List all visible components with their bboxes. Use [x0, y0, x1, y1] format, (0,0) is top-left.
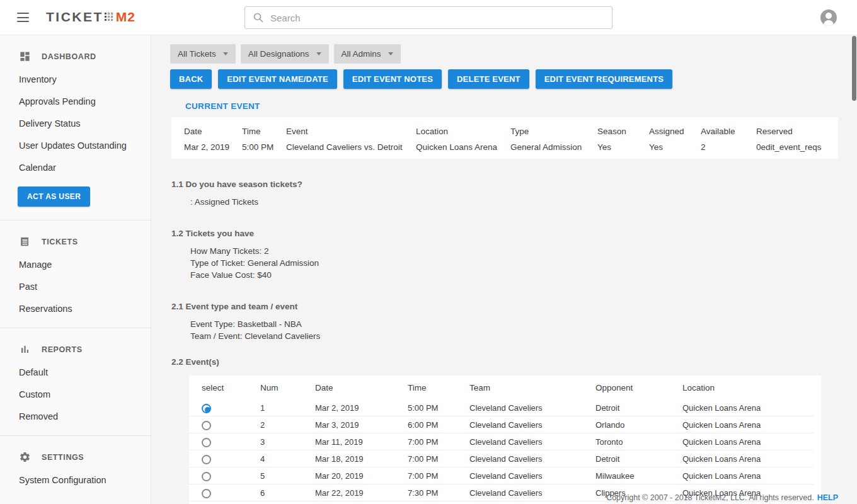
sidebar-item-past[interactable]: Past	[0, 275, 151, 297]
cell-time: 7:30 PM	[408, 488, 469, 498]
avatar[interactable]	[820, 9, 837, 26]
filter-dropdown-all-admins[interactable]: All Admins	[334, 44, 401, 64]
app-logo[interactable]: TICKET M2	[46, 9, 135, 25]
question-sections: 1.1 Do you have season tickets?: Assigne…	[170, 180, 857, 367]
sidebar-section-label: DASHBOARD	[42, 52, 96, 61]
event-radio[interactable]	[202, 421, 211, 430]
sidebar-item-approvals-pending[interactable]: Approvals Pending	[0, 90, 151, 112]
qa-section-line: Event Type: Basketball - NBA	[190, 318, 857, 330]
cell-date: Mar 22, 2019	[315, 488, 408, 498]
edit-event-requirements-button[interactable]: EDIT EVENT REQUIREMENTS	[536, 69, 673, 89]
cell-available: 2	[701, 142, 756, 152]
column-header-assigned: Assigned	[649, 127, 701, 136]
app-root: TICKET M2 DASHBOARDInventoryApprovals Pe…	[0, 0, 857, 504]
column-header-date: Date	[184, 127, 242, 136]
delete-event-button[interactable]: DELETE EVENT	[448, 69, 529, 89]
cell-date: Mar 20, 2019	[315, 471, 408, 481]
logo-text-ticket: TICKET	[46, 9, 103, 25]
cell-team: Cleveland Caveliers	[469, 454, 595, 464]
cell-time: 5:00 PM	[408, 403, 469, 413]
act-as-user-button[interactable]: ACT AS USER	[18, 186, 90, 207]
column-header-team: Team	[469, 383, 595, 392]
edit-event-name-date-button[interactable]: EDIT EVENT NAME/DATE	[218, 69, 337, 89]
sidebar-item-system-configuration[interactable]: System Configuration	[0, 469, 151, 491]
search-box[interactable]	[244, 6, 613, 29]
sidebar-item-delivery-status[interactable]: Delivery Status	[0, 112, 151, 134]
current-event-table: DateTimeEventLocationTypeSeasonAssignedA…	[171, 117, 838, 159]
sidebar-item-user-updates-outstanding[interactable]: User Updates Outstanding	[0, 134, 151, 156]
column-header-time: Time	[242, 127, 286, 136]
qa-section-2: 1.2 Tickets you haveHow Many Tickets: 2T…	[170, 229, 857, 281]
sidebar-item-custom[interactable]: Custom	[0, 383, 151, 405]
filter-label: All Tickets	[178, 49, 216, 59]
top-header: TICKET M2	[0, 0, 857, 35]
edit-event-notes-button[interactable]: EDIT EVENT NOTES	[343, 69, 442, 89]
cell-time: 5:00 PM	[242, 142, 286, 152]
chevron-down-icon	[316, 52, 321, 55]
sidebar-item-manage[interactable]: Manage	[0, 253, 151, 275]
column-header-type: Type	[510, 127, 597, 136]
sidebar-section-tickets: TICKETSManagePastReservations	[0, 220, 151, 319]
table-header-row: selectNumDateTimeTeamOpponentLocation	[189, 375, 821, 399]
cell-type: General Admission	[510, 142, 597, 152]
cell-opponent: Toronto	[595, 437, 682, 447]
event-radio[interactable]	[202, 455, 211, 464]
table-header-row: DateTimeEventLocationTypeSeasonAssignedA…	[171, 117, 838, 140]
column-header-location: Location	[416, 127, 510, 136]
filter-dropdown-all-designations[interactable]: All Designations	[241, 44, 329, 64]
cell-num: 5	[260, 471, 315, 481]
cell-location: Quicken Loans Arena	[682, 471, 821, 481]
chevron-down-icon	[223, 52, 228, 55]
footer: Copyright © 2007 - 2018 TicketM2, LLC. A…	[606, 493, 838, 502]
table-row: 2Mar 3, 20196:00 PMCleveland CaveliersOr…	[189, 416, 821, 433]
menu-icon[interactable]	[17, 13, 29, 22]
qa-section-title: 2.1 Event type and team / event	[171, 302, 857, 311]
cell-num: 6	[260, 488, 315, 498]
search-input[interactable]	[270, 7, 612, 28]
current-event-heading: CURRENT EVENT	[185, 101, 857, 111]
cell-event: Cleveland Caveliers vs. Detroit	[286, 142, 416, 152]
sidebar-item-calendar[interactable]: Calendar	[0, 156, 151, 178]
qa-section-line: : Assigned Tickets	[190, 196, 857, 208]
qa-section-line: How Many Tickets: 2	[190, 245, 857, 257]
sidebar-item-inventory[interactable]: Inventory	[0, 68, 151, 90]
cell-location: Quicken Loans Arena	[682, 437, 821, 447]
cell-date: Mar 11, 2019	[315, 437, 408, 447]
column-header-event: Event	[286, 127, 416, 136]
cell-team: Cleveland Caveliers	[469, 420, 595, 430]
cell-time: 6:00 PM	[408, 420, 469, 430]
filter-label: All Designations	[248, 49, 309, 59]
cell-reserved: 0edit_event_reqs	[756, 142, 838, 152]
sidebar-header-settings: SETTINGS	[0, 440, 151, 469]
reports-icon	[19, 343, 31, 355]
filter-dropdown-all-tickets[interactable]: All Tickets	[170, 44, 236, 64]
cell-time: 7:00 PM	[408, 454, 469, 464]
sidebar-section-dashboard: DASHBOARDInventoryApprovals PendingDeliv…	[0, 35, 151, 212]
scrollbar[interactable]	[852, 36, 856, 101]
qa-section-title: 1.2 Tickets you have	[171, 229, 857, 238]
cell-opponent: Orlando	[595, 420, 682, 430]
cell-num: 1	[260, 403, 315, 413]
filter-label: All Admins	[342, 49, 381, 59]
select-cell	[202, 420, 260, 430]
sidebar-item-removed[interactable]: Removed	[0, 405, 151, 427]
filter-bar: All TicketsAll DesignationsAll Admins	[170, 44, 857, 64]
sidebar-section-reports: REPORTSDefaultCustomRemoved	[0, 328, 151, 427]
sidebar-section-label: TICKETS	[42, 238, 78, 246]
sidebar-section-label: REPORTS	[42, 345, 83, 354]
tickets-icon	[19, 236, 31, 248]
qa-section-line: Team / Event: Cleveland Caveliers	[190, 330, 857, 342]
event-radio[interactable]	[202, 472, 211, 481]
sidebar-item-reservations[interactable]: Reservations	[0, 297, 151, 319]
cell-team: Cleveland Caveliers	[469, 488, 595, 498]
main-content: All TicketsAll DesignationsAll Admins BA…	[151, 35, 857, 504]
event-radio-selected[interactable]	[202, 404, 211, 413]
back-button[interactable]: BACK	[170, 69, 212, 89]
select-cell	[202, 471, 260, 481]
event-radio[interactable]	[202, 489, 211, 498]
sidebar-item-default[interactable]: Default	[0, 361, 151, 383]
cell-location: Quicken Loans Arena	[682, 454, 821, 464]
event-radio[interactable]	[202, 438, 211, 447]
cell-num: 2	[260, 420, 315, 430]
help-link[interactable]: HELP	[817, 493, 838, 502]
